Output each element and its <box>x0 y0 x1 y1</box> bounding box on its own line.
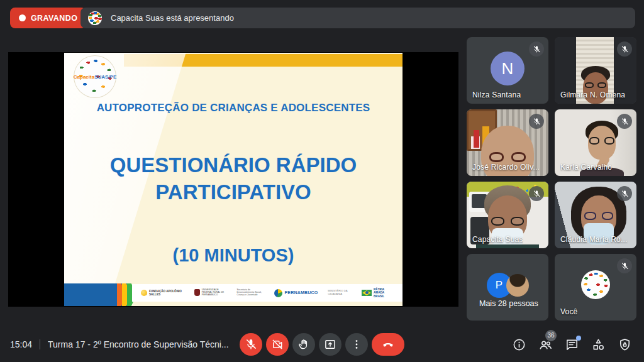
overflow-tile-mais-pessoas[interactable]: P Mais 28 pessoas <box>467 254 548 321</box>
participant-name: Capacita Suas <box>472 235 523 244</box>
mic-muted-icon <box>529 186 544 201</box>
brasil-label: PÁTRIA AMADA BRASIL <box>374 288 394 297</box>
meeting-info: 15:04 Turma 17 - 2º Encontro de Supervis… <box>10 327 229 362</box>
presenting-text: Capacita Suas está apresentando <box>111 13 234 23</box>
recording-badge: GRAVANDO <box>10 8 86 28</box>
slide-heading-line1: QUESTIONÁRIO RÁPIDO <box>64 152 402 179</box>
slide-title: AUTOPROTEÇÃO DE CRIANÇAS E ADOLESCENTES <box>64 102 402 114</box>
mic-muted-icon <box>617 186 632 201</box>
presenting-banner: Capacita Suas está apresentando <box>80 8 635 28</box>
participant-name: Cláudia Maria Ro... <box>560 235 628 244</box>
shared-screen-tile[interactable]: CapacitaSUAS/PE AUTOPROTEÇÃO DE CRIANÇAS… <box>8 52 458 307</box>
presenter-avatar <box>88 11 102 25</box>
chat-button[interactable] <box>564 336 580 353</box>
secretaria-label: Secretaria de Desenvolvimento Social, Cr… <box>237 289 265 297</box>
capacitasuas-logo: CapacitaSUAS/PE <box>74 56 116 97</box>
mic-muted-icon <box>529 41 544 57</box>
logo-ufrpe: UNIVERSIDADE FEDERAL RURAL DE PERNAMBUCO <box>194 289 227 297</box>
person-glasses <box>589 137 614 145</box>
recording-label: GRAVANDO <box>31 14 77 23</box>
participant-count-badge: 36 <box>545 330 557 341</box>
person-glasses <box>584 212 613 220</box>
participant-tile-karla-carvalho[interactable]: Karla Carvalho <box>555 109 636 176</box>
person-glasses <box>491 217 524 226</box>
meeting-panels-buttons: 36 <box>511 336 633 353</box>
participant-tile-nilza-santana[interactable]: N Nilza Santana <box>467 37 548 104</box>
activities-button[interactable] <box>590 336 606 353</box>
participant-name: Gilmara N. Omena <box>560 90 625 99</box>
raise-hand-button[interactable] <box>292 333 315 356</box>
avatar-photo <box>506 274 529 297</box>
present-screen-button[interactable] <box>319 333 341 356</box>
logo-secretaria: Secretaria de Desenvolvimento Social, Cr… <box>237 289 265 297</box>
call-controls <box>240 333 404 356</box>
meet-window: GRAVANDO Capacita Suas está apresentando… <box>0 0 644 362</box>
mic-muted-icon <box>617 114 632 129</box>
ufrpe-crest-icon <box>194 289 200 296</box>
participant-name: Karla Carvalho <box>560 163 612 172</box>
fadurpe-label: FUNDAÇÃO APOLÔNIO SALLES <box>149 290 184 296</box>
mic-muted-icon <box>617 41 632 57</box>
slide-footer: FUNDAÇÃO APOLÔNIO SALLES UNIVERSIDADE FE… <box>64 283 402 306</box>
logo-text-capacita: Capacita <box>74 74 94 80</box>
participant-name: Nilza Santana <box>472 90 521 99</box>
divider <box>40 339 40 349</box>
pernambuco-crest-icon <box>274 289 282 297</box>
self-logo-avatar <box>581 270 610 299</box>
presentation-slide: CapacitaSUAS/PE AUTOPROTEÇÃO DE CRIANÇAS… <box>64 53 402 306</box>
participant-name: José Ricardo Oliv... <box>472 163 540 172</box>
overflow-count-label: Mais 28 pessoas <box>479 299 538 308</box>
chat-unread-dot <box>576 336 581 341</box>
person-glasses <box>489 152 526 162</box>
participants-panel: N Nilza Santana Gilmara N. Omena <box>467 37 636 321</box>
mic-muted-icon <box>617 258 632 273</box>
participant-tile-jose-ricardo[interactable]: José Ricardo Oliv... <box>467 109 548 176</box>
pernambuco-label: PERNAMBUCO <box>284 290 318 295</box>
logo-text-suaspe: SUAS/PE <box>94 74 116 80</box>
end-call-button[interactable] <box>372 333 404 356</box>
ministerio-label: MINISTÉRIO DA CIDADANIA <box>328 290 352 295</box>
person-shoulders <box>476 244 539 248</box>
avatar-initial: N <box>491 52 525 85</box>
clock: 15:04 <box>10 339 32 349</box>
brasil-flag-icon <box>362 290 372 296</box>
participant-tile-gilmara[interactable]: Gilmara N. Omena <box>555 37 636 104</box>
ufrpe-label: UNIVERSIDADE FEDERAL RURAL DE PERNAMBUCO <box>202 289 227 297</box>
mic-off-button[interactable] <box>240 333 262 356</box>
stacked-avatars: P <box>467 273 548 298</box>
slide-duration: (10 MINUTOS) <box>64 245 402 266</box>
footer-blue-band <box>64 283 127 306</box>
participants-button[interactable]: 36 <box>537 336 553 353</box>
person-glasses <box>585 82 606 88</box>
mic-muted-icon <box>529 114 544 129</box>
footer-logos-strip: FUNDAÇÃO APOLÔNIO SALLES UNIVERSIDADE FE… <box>132 284 402 302</box>
slide-heading: QUESTIONÁRIO RÁPIDO PARTICIPATIVO <box>64 152 402 206</box>
logo-fadurpe: FUNDAÇÃO APOLÔNIO SALLES <box>141 290 184 296</box>
participant-name: Você <box>560 307 578 316</box>
logo-ministerio: MINISTÉRIO DA CIDADANIA <box>328 290 352 295</box>
slide-heading-line2: PARTICIPATIVO <box>64 179 402 206</box>
bottom-bar: 15:04 Turma 17 - 2º Encontro de Supervis… <box>0 327 644 362</box>
camera-off-button[interactable] <box>266 333 289 356</box>
participant-tile-capacita-suas[interactable]: Capacita Suas <box>467 182 548 248</box>
participant-tile-claudia-maria[interactable]: Cláudia Maria Ro... <box>555 182 636 248</box>
fadurpe-ball-icon <box>141 290 147 296</box>
meeting-details-button[interactable] <box>511 336 527 353</box>
logo-brasil: PÁTRIA AMADA BRASIL <box>362 288 394 297</box>
meeting-title: Turma 17 - 2º Encontro de Supervisão Téc… <box>48 339 229 349</box>
more-options-button[interactable] <box>345 333 368 356</box>
host-controls-button[interactable] <box>616 336 633 353</box>
logo-pernambuco: PERNAMBUCO <box>274 289 318 297</box>
participant-tile-voce[interactable]: Você <box>555 254 636 321</box>
recording-dot-icon <box>19 14 26 21</box>
